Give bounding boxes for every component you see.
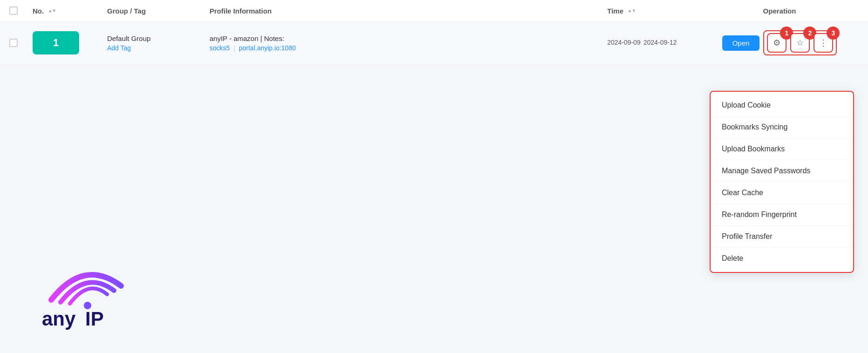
badge-3: 3 (827, 27, 840, 40)
no-label: No. (33, 7, 44, 15)
profile-title: anyIP - amazon | Notes: (210, 34, 607, 42)
dropdown-manage-passwords[interactable]: Manage Saved Passwords (711, 160, 853, 182)
header-time: Time ▲▼ (607, 7, 700, 15)
group-name: Default Group (107, 34, 210, 42)
row-number-cell: 1 (33, 31, 107, 54)
no-sort-icon[interactable]: ▲▼ (48, 9, 56, 13)
header-profile: Profile Information (210, 7, 607, 15)
profile-url: portal.anyip.io:1080 (239, 44, 296, 52)
dropdown-upload-bookmarks[interactable]: Upload Bookmarks (711, 138, 853, 160)
dropdown-delete[interactable]: Delete (711, 248, 853, 269)
number-value: 1 (53, 37, 59, 49)
header-operation: Operation (700, 7, 859, 15)
header-no: No. ▲▼ (33, 7, 107, 15)
row-checkbox-cell (9, 39, 33, 47)
time-line-1: 2024-09-09 (607, 37, 641, 48)
table-row: 1 Default Group Add Tag anyIP - amazon |… (0, 22, 868, 64)
dropdown-menu: Upload Cookie Bookmarks Syncing Upload B… (710, 91, 854, 273)
profile-proxy-info: socks5 | portal.anyip.io:1080 (210, 44, 607, 52)
open-button[interactable]: Open (722, 35, 760, 51)
more-options-button[interactable]: 3 ⋮ (814, 33, 833, 53)
star-button[interactable]: 2 ☆ (790, 33, 810, 53)
operation-label: Operation (763, 7, 796, 15)
select-all-checkbox[interactable] (9, 7, 18, 15)
header-group-tag: Group / Tag (107, 7, 210, 15)
time-sort-icon[interactable]: ▲▼ (628, 9, 636, 13)
add-tag-link[interactable]: Add Tag (107, 44, 210, 52)
anyip-logo: any IP (37, 249, 158, 333)
header-checkbox-col (9, 7, 33, 15)
time-label: Time (607, 7, 624, 15)
svg-text:any: any (42, 308, 76, 330)
dropdown-clear-cache[interactable]: Clear Cache (711, 182, 853, 204)
profile-proxy: socks5 (210, 44, 230, 52)
profile-info-label: Profile Information (210, 7, 271, 15)
number-badge: 1 (33, 31, 79, 54)
dropdown-bookmarks-syncing[interactable]: Bookmarks Syncing (711, 116, 853, 138)
settings-button[interactable]: 1 ⚙ (767, 33, 787, 53)
table-header: No. ▲▼ Group / Tag Profile Information T… (0, 0, 868, 22)
svg-text:IP: IP (85, 308, 104, 330)
time-line-2: 2024-09-12 (644, 37, 677, 48)
table-container: No. ▲▼ Group / Tag Profile Information T… (0, 0, 868, 64)
row-group-tag-cell: Default Group Add Tag (107, 34, 210, 52)
row-operation-cell: Open 1 ⚙ 2 ☆ 3 ⋮ (700, 30, 859, 55)
row-profile-cell: anyIP - amazon | Notes: socks5 | portal.… (210, 34, 607, 52)
row-time-cell: 2024-09-09 2024-09-12 (607, 37, 700, 48)
action-buttons-group: 1 ⚙ 2 ☆ 3 ⋮ (763, 30, 837, 55)
pipe-separator: | (233, 44, 235, 52)
dropdown-rerandom-fingerprint[interactable]: Re-random Fingerprint (711, 204, 853, 226)
dropdown-upload-cookie[interactable]: Upload Cookie (711, 95, 853, 116)
logo-area: any IP (37, 249, 158, 334)
row-checkbox[interactable] (9, 39, 18, 47)
dropdown-profile-transfer[interactable]: Profile Transfer (711, 226, 853, 248)
group-tag-label: Group / Tag (107, 7, 146, 15)
